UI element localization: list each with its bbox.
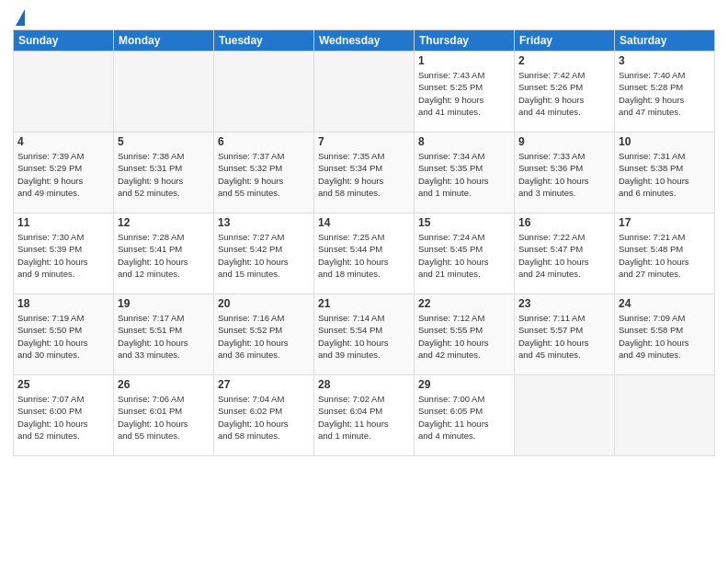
calendar-week-row: 1Sunrise: 7:43 AM Sunset: 5:25 PM Daylig…	[14, 52, 715, 132]
day-number: 4	[17, 135, 109, 148]
day-number: 18	[17, 297, 109, 310]
calendar-day-cell: 1Sunrise: 7:43 AM Sunset: 5:25 PM Daylig…	[415, 52, 515, 132]
day-info: Sunrise: 7:38 AM Sunset: 5:31 PM Dayligh…	[118, 150, 210, 199]
day-header-monday: Monday	[114, 30, 214, 52]
day-info: Sunrise: 7:16 AM Sunset: 5:52 PM Dayligh…	[218, 312, 310, 361]
day-info: Sunrise: 7:30 AM Sunset: 5:39 PM Dayligh…	[17, 231, 109, 280]
day-header-saturday: Saturday	[615, 30, 715, 52]
day-number: 8	[418, 135, 510, 148]
calendar-header-row: SundayMondayTuesdayWednesdayThursdayFrid…	[14, 30, 715, 52]
day-number: 2	[518, 54, 610, 67]
day-info: Sunrise: 7:27 AM Sunset: 5:42 PM Dayligh…	[218, 231, 310, 280]
day-number: 17	[619, 216, 711, 229]
day-info: Sunrise: 7:21 AM Sunset: 5:48 PM Dayligh…	[619, 231, 711, 280]
day-number: 25	[17, 378, 109, 391]
day-info: Sunrise: 7:07 AM Sunset: 6:00 PM Dayligh…	[17, 393, 109, 442]
day-info: Sunrise: 7:25 AM Sunset: 5:44 PM Dayligh…	[318, 231, 410, 280]
calendar-day-cell: 27Sunrise: 7:04 AM Sunset: 6:02 PM Dayli…	[214, 375, 314, 456]
calendar-day-cell: 11Sunrise: 7:30 AM Sunset: 5:39 PM Dayli…	[14, 213, 114, 294]
calendar-day-cell: 13Sunrise: 7:27 AM Sunset: 5:42 PM Dayli…	[214, 213, 314, 294]
day-info: Sunrise: 7:39 AM Sunset: 5:29 PM Dayligh…	[17, 150, 109, 199]
day-number: 6	[218, 135, 310, 148]
calendar-container: SundayMondayTuesdayWednesdayThursdayFrid…	[0, 0, 728, 563]
calendar-week-row: 25Sunrise: 7:07 AM Sunset: 6:00 PM Dayli…	[14, 375, 715, 456]
calendar-day-cell: 8Sunrise: 7:34 AM Sunset: 5:35 PM Daylig…	[415, 132, 515, 213]
day-number: 3	[619, 54, 711, 67]
calendar-day-cell	[14, 52, 114, 132]
day-info: Sunrise: 7:17 AM Sunset: 5:51 PM Dayligh…	[118, 312, 210, 361]
day-info: Sunrise: 7:00 AM Sunset: 6:05 PM Dayligh…	[418, 393, 510, 442]
day-header-wednesday: Wednesday	[314, 30, 415, 52]
day-header-friday: Friday	[515, 30, 615, 52]
calendar-day-cell: 15Sunrise: 7:24 AM Sunset: 5:45 PM Dayli…	[415, 213, 515, 294]
day-number: 29	[418, 378, 510, 391]
day-number: 23	[518, 297, 610, 310]
calendar-day-cell: 12Sunrise: 7:28 AM Sunset: 5:41 PM Dayli…	[114, 213, 214, 294]
calendar-day-cell: 6Sunrise: 7:37 AM Sunset: 5:32 PM Daylig…	[214, 132, 314, 213]
calendar-day-cell	[314, 52, 415, 132]
day-info: Sunrise: 7:09 AM Sunset: 5:58 PM Dayligh…	[619, 312, 711, 361]
day-header-thursday: Thursday	[415, 30, 515, 52]
day-header-tuesday: Tuesday	[214, 30, 314, 52]
day-info: Sunrise: 7:02 AM Sunset: 6:04 PM Dayligh…	[318, 393, 410, 442]
day-number: 28	[318, 378, 410, 391]
calendar-day-cell	[515, 375, 615, 456]
day-info: Sunrise: 7:42 AM Sunset: 5:26 PM Dayligh…	[518, 69, 610, 118]
calendar-day-cell: 18Sunrise: 7:19 AM Sunset: 5:50 PM Dayli…	[14, 294, 114, 375]
day-info: Sunrise: 7:28 AM Sunset: 5:41 PM Dayligh…	[118, 231, 210, 280]
day-info: Sunrise: 7:04 AM Sunset: 6:02 PM Dayligh…	[218, 393, 310, 442]
day-number: 11	[17, 216, 109, 229]
calendar-day-cell: 21Sunrise: 7:14 AM Sunset: 5:54 PM Dayli…	[314, 294, 415, 375]
calendar-day-cell	[214, 52, 314, 132]
day-number: 7	[318, 135, 410, 148]
day-info: Sunrise: 7:37 AM Sunset: 5:32 PM Dayligh…	[218, 150, 310, 199]
calendar-day-cell: 25Sunrise: 7:07 AM Sunset: 6:00 PM Dayli…	[14, 375, 114, 456]
day-info: Sunrise: 7:35 AM Sunset: 5:34 PM Dayligh…	[318, 150, 410, 199]
calendar-day-cell: 20Sunrise: 7:16 AM Sunset: 5:52 PM Dayli…	[214, 294, 314, 375]
calendar-day-cell: 23Sunrise: 7:11 AM Sunset: 5:57 PM Dayli…	[515, 294, 615, 375]
day-number: 15	[418, 216, 510, 229]
day-number: 24	[619, 297, 711, 310]
calendar-day-cell: 2Sunrise: 7:42 AM Sunset: 5:26 PM Daylig…	[515, 52, 615, 132]
day-info: Sunrise: 7:24 AM Sunset: 5:45 PM Dayligh…	[418, 231, 510, 280]
day-header-sunday: Sunday	[14, 30, 114, 52]
day-number: 5	[118, 135, 210, 148]
day-number: 12	[118, 216, 210, 229]
logo	[13, 13, 25, 24]
calendar-day-cell: 9Sunrise: 7:33 AM Sunset: 5:36 PM Daylig…	[515, 132, 615, 213]
day-number: 26	[118, 378, 210, 391]
day-number: 10	[619, 135, 711, 148]
calendar-day-cell: 24Sunrise: 7:09 AM Sunset: 5:58 PM Dayli…	[615, 294, 715, 375]
day-number: 21	[318, 297, 410, 310]
calendar-day-cell: 16Sunrise: 7:22 AM Sunset: 5:47 PM Dayli…	[515, 213, 615, 294]
day-number: 22	[418, 297, 510, 310]
calendar-day-cell: 19Sunrise: 7:17 AM Sunset: 5:51 PM Dayli…	[114, 294, 214, 375]
calendar-day-cell: 7Sunrise: 7:35 AM Sunset: 5:34 PM Daylig…	[314, 132, 415, 213]
calendar-day-cell: 28Sunrise: 7:02 AM Sunset: 6:04 PM Dayli…	[314, 375, 415, 456]
day-info: Sunrise: 7:40 AM Sunset: 5:28 PM Dayligh…	[619, 69, 711, 118]
day-info: Sunrise: 7:19 AM Sunset: 5:50 PM Dayligh…	[17, 312, 109, 361]
logo-triangle-icon	[16, 9, 25, 26]
day-number: 14	[318, 216, 410, 229]
calendar-day-cell: 14Sunrise: 7:25 AM Sunset: 5:44 PM Dayli…	[314, 213, 415, 294]
header	[13, 9, 715, 24]
calendar-week-row: 11Sunrise: 7:30 AM Sunset: 5:39 PM Dayli…	[14, 213, 715, 294]
calendar-day-cell: 4Sunrise: 7:39 AM Sunset: 5:29 PM Daylig…	[14, 132, 114, 213]
day-info: Sunrise: 7:34 AM Sunset: 5:35 PM Dayligh…	[418, 150, 510, 199]
day-number: 1	[418, 54, 510, 67]
calendar-table: SundayMondayTuesdayWednesdayThursdayFrid…	[13, 29, 715, 456]
day-number: 19	[118, 297, 210, 310]
calendar-day-cell: 3Sunrise: 7:40 AM Sunset: 5:28 PM Daylig…	[615, 52, 715, 132]
day-number: 20	[218, 297, 310, 310]
day-info: Sunrise: 7:33 AM Sunset: 5:36 PM Dayligh…	[518, 150, 610, 199]
day-info: Sunrise: 7:22 AM Sunset: 5:47 PM Dayligh…	[518, 231, 610, 280]
day-info: Sunrise: 7:06 AM Sunset: 6:01 PM Dayligh…	[118, 393, 210, 442]
calendar-week-row: 18Sunrise: 7:19 AM Sunset: 5:50 PM Dayli…	[14, 294, 715, 375]
day-info: Sunrise: 7:31 AM Sunset: 5:38 PM Dayligh…	[619, 150, 711, 199]
day-number: 9	[518, 135, 610, 148]
calendar-day-cell: 10Sunrise: 7:31 AM Sunset: 5:38 PM Dayli…	[615, 132, 715, 213]
calendar-day-cell: 26Sunrise: 7:06 AM Sunset: 6:01 PM Dayli…	[114, 375, 214, 456]
calendar-week-row: 4Sunrise: 7:39 AM Sunset: 5:29 PM Daylig…	[14, 132, 715, 213]
calendar-day-cell: 17Sunrise: 7:21 AM Sunset: 5:48 PM Dayli…	[615, 213, 715, 294]
calendar-day-cell	[615, 375, 715, 456]
